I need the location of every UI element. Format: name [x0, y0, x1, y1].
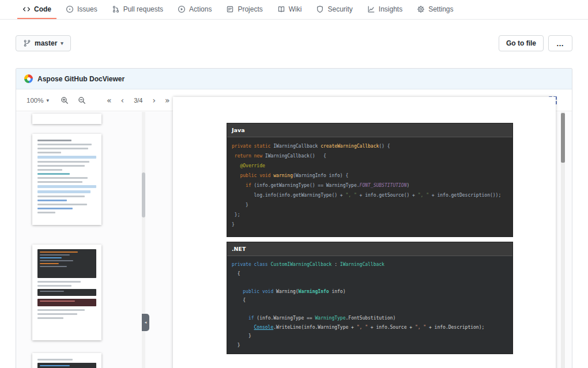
page-thumbnail-3[interactable] — [32, 245, 101, 340]
docviewer-panel: Aspose GitHub DocViewer 100% ▾ « ‹ 3/4 ›… — [16, 68, 572, 368]
thumbnails-scrollbar-thumb[interactable] — [142, 172, 145, 217]
java-code-body: private static IWarningCallback createWa… — [227, 137, 512, 236]
tab-issues[interactable]: Issues — [61, 0, 103, 19]
zoom-in-button[interactable] — [58, 94, 71, 107]
tab-label: Actions — [189, 5, 212, 13]
tab-label: Security — [327, 5, 352, 13]
go-to-file-button[interactable]: Go to file — [499, 35, 544, 51]
zoom-out-button[interactable] — [76, 94, 88, 107]
tab-wiki[interactable]: Wiki — [272, 0, 307, 19]
tab-insights[interactable]: Insights — [362, 0, 408, 19]
zoom-in-icon — [61, 96, 69, 104]
previous-page-button[interactable]: ‹ — [119, 94, 127, 107]
document-page: Java private static IWarningCallback cre… — [173, 97, 556, 368]
tab-label: Code — [34, 5, 51, 13]
tab-security[interactable]: Security — [311, 0, 357, 19]
zoom-level: 100% — [27, 97, 43, 104]
java-code-header: Java — [227, 123, 512, 137]
chevron-down-icon: ▾ — [61, 40, 63, 46]
shield-icon — [316, 5, 324, 13]
tab-projects[interactable]: Projects — [221, 0, 267, 19]
page: Code Issues Pull requests Actions Projec… — [0, 0, 588, 368]
document-scrollbar-thumb[interactable] — [561, 113, 565, 163]
actions-icon — [178, 5, 186, 13]
tab-label: Wiki — [289, 5, 302, 13]
first-page-button[interactable]: « — [104, 94, 114, 107]
docviewer-title: Aspose GitHub DocViewer — [37, 75, 125, 83]
net-code-block: .NET private class CustomIWarningCallbac… — [227, 242, 513, 354]
net-code-header: .NET — [227, 242, 512, 256]
repo-action-bar: master ▾ Go to file … — [16, 35, 572, 52]
tab-label: Issues — [77, 5, 97, 13]
repo-tab-bar: Code Issues Pull requests Actions Projec… — [0, 0, 588, 20]
java-code-block: Java private static IWarningCallback cre… — [227, 123, 513, 237]
next-page-button[interactable]: › — [150, 94, 158, 107]
code-icon — [22, 5, 31, 13]
thumbnail-sidebar: ◂ — [16, 112, 160, 368]
tab-actions[interactable]: Actions — [172, 0, 217, 19]
tab-label: Insights — [379, 5, 402, 13]
sidebar-collapse-handle[interactable]: ◂ — [142, 314, 149, 331]
gear-icon — [417, 5, 425, 13]
document-scrollbar — [561, 112, 565, 368]
tab-label: Settings — [428, 5, 453, 13]
wiki-icon — [277, 5, 285, 13]
page-thumbnail-2[interactable] — [32, 134, 101, 225]
docviewer-header: Aspose GitHub DocViewer — [16, 69, 572, 89]
tab-code[interactable]: Code — [17, 0, 56, 19]
projects-icon — [226, 5, 234, 13]
page-thumbnail-1[interactable] — [32, 114, 101, 124]
page-thumbnail-4[interactable] — [32, 353, 101, 368]
docviewer-logo-icon — [24, 74, 33, 83]
tab-settings[interactable]: Settings — [412, 0, 458, 19]
code-samples: Java private static IWarningCallback cre… — [227, 123, 513, 354]
graph-icon — [367, 5, 375, 13]
tab-label: Pull requests — [123, 5, 163, 13]
zoom-out-icon — [78, 96, 86, 104]
tab-pull-requests[interactable]: Pull requests — [107, 0, 168, 19]
pull-request-icon — [112, 5, 120, 13]
net-code-body: private class CustomIWarningCallback : I… — [227, 256, 512, 354]
more-options-button[interactable]: … — [548, 35, 572, 51]
tab-label: Projects — [238, 5, 262, 13]
branch-name: master — [35, 39, 57, 47]
branch-icon — [23, 39, 31, 47]
last-page-button[interactable]: » — [163, 94, 172, 107]
branch-selector[interactable]: master ▾ — [16, 35, 71, 51]
chevron-down-icon: ▾ — [46, 97, 49, 103]
page-indicator: 3/4 — [134, 97, 142, 104]
docviewer-body: ◂ Java private static IWarningCallback c… — [16, 112, 572, 368]
issue-icon — [66, 5, 74, 13]
zoom-select[interactable]: 100% ▾ — [27, 97, 49, 104]
